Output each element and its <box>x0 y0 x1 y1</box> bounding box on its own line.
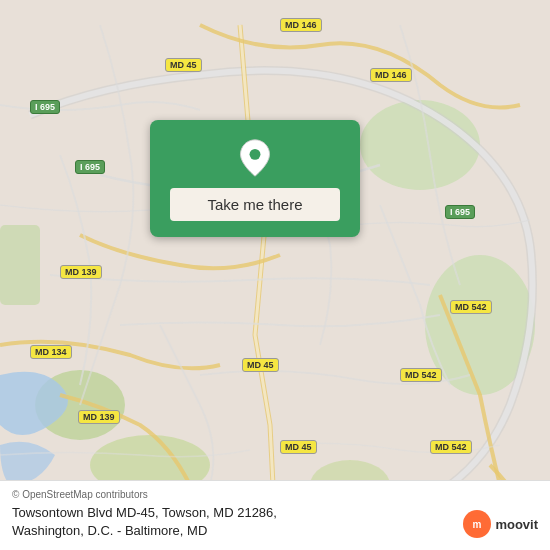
road-badge-md542-s: MD 542 <box>430 440 472 454</box>
road-badge-i695-nw: I 695 <box>30 100 60 114</box>
address-line1: Towsontown Blvd MD-45, Towson, MD 21286, <box>12 504 277 522</box>
road-badge-i695-e: I 695 <box>445 205 475 219</box>
road-badge-md134: MD 134 <box>30 345 72 359</box>
road-badge-md146-n: MD 146 <box>280 18 322 32</box>
road-badge-md45-ss: MD 45 <box>280 440 317 454</box>
road-badge-md139: MD 139 <box>60 265 102 279</box>
take-me-there-button[interactable]: Take me there <box>170 188 340 221</box>
location-overlay: Take me there <box>150 120 360 237</box>
road-badge-md139-s: MD 139 <box>78 410 120 424</box>
bottom-info-bar: © OpenStreetMap contributors Towsontown … <box>0 480 550 550</box>
svg-point-1 <box>360 100 480 190</box>
svg-rect-4 <box>0 225 40 305</box>
moovit-label: moovit <box>495 517 538 532</box>
moovit-icon: m <box>463 510 491 538</box>
road-badge-md146-ne: MD 146 <box>370 68 412 82</box>
moovit-logo: m moovit <box>463 510 538 538</box>
map-container: I 695MD 146MD 146MD 45I 695MD 139I 695MD… <box>0 0 550 550</box>
road-badge-md542-mid: MD 542 <box>400 368 442 382</box>
location-pin-icon <box>235 138 275 178</box>
road-badge-md45-nw: MD 45 <box>165 58 202 72</box>
road-badge-i695-mid: I 695 <box>75 160 105 174</box>
svg-text:m: m <box>473 519 482 530</box>
osm-attribution: © OpenStreetMap contributors <box>12 489 538 500</box>
road-badge-md45-s: MD 45 <box>242 358 279 372</box>
address-line2: Washington, D.C. - Baltimore, MD <box>12 522 277 540</box>
road-badge-md542-ne: MD 542 <box>450 300 492 314</box>
svg-point-7 <box>250 149 261 160</box>
